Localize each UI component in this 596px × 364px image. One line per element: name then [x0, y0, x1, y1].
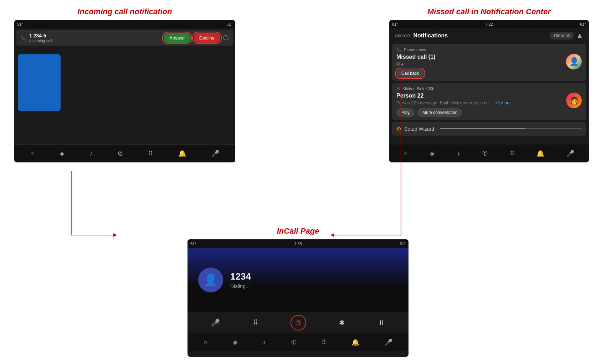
gear-icon: ⚙: [396, 125, 401, 132]
status-right: 51°: [226, 22, 232, 26]
nav-compass-notif[interactable]: ◈: [430, 150, 435, 157]
main-content: [14, 47, 235, 125]
nav-home-incall[interactable]: ○: [204, 339, 207, 346]
answer-button[interactable]: Answer: [164, 33, 190, 43]
missed-call-content: Missed call (1) 阿★ Call back: [396, 54, 566, 78]
end-call-button[interactable]: ✆: [287, 312, 309, 334]
missed-call-body: Missed call (1) 阿★ Call back 👤: [396, 54, 582, 78]
caller-avatar: 👤: [566, 54, 582, 69]
notifications-title: Notifications: [413, 32, 550, 39]
contact-info: 1234 Dialing...: [230, 271, 251, 289]
missed-call-title: Missed call in Notification Center: [389, 7, 589, 16]
person22-sub-text: Person 22's message; Each click generate…: [396, 100, 566, 105]
svg-marker-2: [113, 233, 117, 237]
contact-name: 1234: [230, 271, 251, 282]
phone-icon-missed: 📞: [396, 47, 402, 52]
nav-music-notif[interactable]: ♪: [457, 150, 460, 157]
mute-button-incall[interactable]: 🎤: [211, 318, 220, 327]
nav-phone[interactable]: ✆: [118, 150, 123, 157]
phone-icon-notif: 📞: [21, 35, 26, 41]
nav-compass[interactable]: ◈: [60, 150, 65, 157]
person22-body: Person 22 Person 22's message; Each clic…: [396, 93, 582, 117]
incoming-call-screen: 51° 51° 📞 1 234-5 Incoming call Answer D…: [14, 20, 235, 162]
missed-call-actions[interactable]: Call back: [396, 69, 566, 78]
incoming-call-section: Incoming call notification 51° 51° 📞 1 2…: [14, 7, 235, 162]
nav-dialpad[interactable]: ⠿: [148, 150, 153, 157]
bluetooth-button-incall[interactable]: ✱: [339, 318, 345, 327]
missed-call-card: 📞 Phone • now Missed call (1) 阿★ Call ba…: [392, 44, 586, 81]
bluetooth-icon: ⬡: [223, 34, 229, 42]
arrow-up-icon: ▲: [576, 31, 583, 40]
missed-call-card-header: 📞 Phone • now: [396, 47, 582, 52]
play-button[interactable]: Play: [396, 108, 415, 117]
nav-notification[interactable]: 🔔: [178, 150, 186, 157]
nav-bar-incoming: ○ ◈ ♪ ✆ ⠿ 🔔 🎤: [14, 145, 235, 162]
incall-title: InCall Page: [187, 227, 409, 236]
nav-mic[interactable]: 🎤: [211, 150, 219, 157]
incoming-label: Incoming call: [29, 38, 52, 43]
incall-status-right: 61°: [400, 241, 406, 246]
incoming-notification-bar: 📞 1 234-5 Incoming call Answer Decline ⬡: [16, 30, 233, 46]
incall-section: InCall Page 61° 1:35 61° 👤 1234 Dialing.…: [187, 227, 409, 357]
nav-notification-notif[interactable]: 🔔: [536, 150, 544, 157]
nav-notification-incall[interactable]: 🔔: [351, 338, 359, 346]
more-label: +2 more: [495, 100, 510, 105]
incall-status-center: 1:35: [294, 241, 302, 246]
person22-card-header: ⚠ Kitchen Sink • 20h: [396, 86, 582, 91]
nav-phone-incall[interactable]: ✆: [291, 338, 297, 346]
person22-main-text: Person 22: [396, 93, 566, 99]
setup-progress-fill: [440, 128, 525, 129]
setup-wizard-text: Setup Wizard: [404, 126, 434, 132]
incall-controls[interactable]: 🎤 ⠿ ✆ ✱ ⏸: [187, 312, 409, 333]
android-label: Android: [395, 33, 410, 38]
blue-card: [18, 54, 61, 111]
contact-status: Dialing...: [230, 284, 251, 289]
incoming-text: 1 234-5 Incoming call: [29, 33, 52, 43]
missed-app-name: Phone • now: [404, 48, 426, 52]
person22-content: Person 22 Person 22's message; Each clic…: [396, 93, 566, 117]
notif-left: 📞 1 234-5 Incoming call: [21, 33, 52, 43]
nav-dialpad-notif[interactable]: ⠿: [510, 150, 514, 157]
notif-title-bar: Android Notifications Clear all ▲: [389, 28, 589, 42]
notification-center-screen: 61° 7:22 61° Android Notifications Clear…: [389, 20, 589, 162]
call-back-button[interactable]: Call back: [396, 69, 424, 78]
status-bar-incall: 61° 1:35 61°: [187, 239, 409, 248]
status-left-notif: 61°: [392, 22, 398, 26]
clear-all-button[interactable]: Clear all: [550, 32, 574, 40]
nav-dialpad-incall[interactable]: ⠿: [322, 338, 326, 346]
status-bar-notif: 61° 7:22 61°: [389, 20, 589, 28]
status-right-notif: 61°: [580, 22, 586, 26]
person22-avatar: 👩: [566, 93, 582, 108]
contact-avatar-icon: 👤: [204, 273, 218, 287]
setup-wizard-card: ⚙ Setup Wizard: [392, 122, 586, 136]
setup-progress-bar: [440, 128, 582, 129]
decline-button[interactable]: Decline: [194, 33, 220, 43]
nav-home-notif[interactable]: ○: [404, 150, 408, 157]
status-bar-incoming: 51° 51°: [14, 20, 235, 28]
person22-card: ⚠ Kitchen Sink • 20h Person 22 Person 22…: [392, 83, 586, 120]
incall-status-left: 61°: [190, 241, 196, 246]
nav-music[interactable]: ♪: [89, 150, 93, 157]
nav-phone-notif[interactable]: ✆: [482, 150, 488, 157]
contact-avatar: 👤: [198, 267, 223, 292]
missed-call-main-text: Missed call (1): [396, 54, 566, 60]
nav-mic-incall[interactable]: 🎤: [385, 338, 392, 346]
missed-call-sub-text: 阿★: [396, 62, 566, 67]
incall-screen: 61° 1:35 61° 👤 1234 Dialing... 🎤 ⠿ ✆ ✱ ⏸: [187, 239, 409, 357]
notif-right[interactable]: Answer Decline ⬡: [164, 33, 229, 43]
incoming-call-title: Incoming call notification: [14, 7, 235, 16]
missed-call-section: Missed call in Notification Center 61° 7…: [389, 7, 589, 162]
dialpad-button-incall[interactable]: ⠿: [253, 318, 258, 327]
nav-home[interactable]: ○: [30, 150, 34, 157]
status-center-notif: 7:22: [485, 22, 493, 26]
nav-bar-notif: ○ ◈ ♪ ✆ ⠿ 🔔 🎤: [389, 145, 589, 162]
nav-music-incall[interactable]: ♪: [263, 339, 266, 346]
pause-button-incall[interactable]: ⏸: [378, 319, 385, 327]
nav-compass-incall[interactable]: ◈: [233, 338, 238, 346]
mute-conversation-button[interactable]: Mute conversation: [417, 108, 462, 117]
warning-icon: ⚠: [396, 86, 400, 91]
nav-bar-incall: ○ ◈ ♪ ✆ ⠿ 🔔 🎤: [187, 333, 409, 351]
person22-actions[interactable]: Play Mute conversation: [396, 108, 566, 117]
nav-mic-notif[interactable]: 🎤: [566, 150, 574, 157]
end-call-icon: ✆: [293, 318, 304, 328]
